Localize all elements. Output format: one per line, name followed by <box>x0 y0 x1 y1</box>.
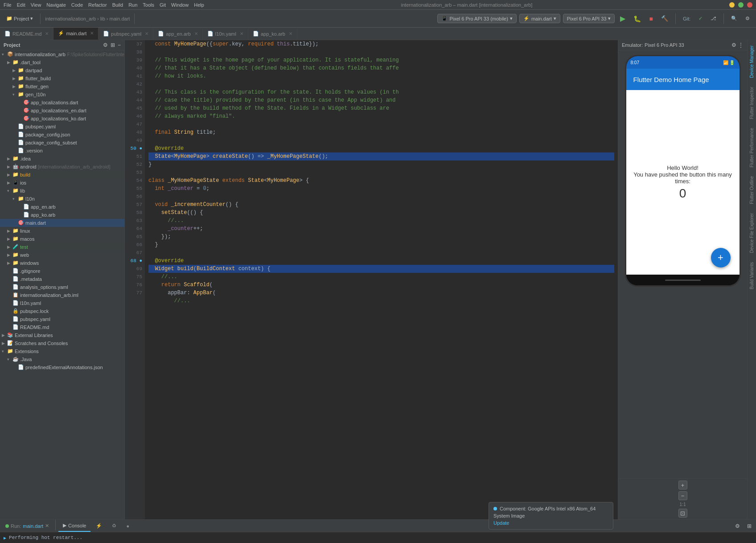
tree-item-scratches[interactable]: ▶ 📝 Scratches and Consoles <box>0 339 124 347</box>
search-button[interactable]: 🔍 <box>728 14 740 23</box>
tree-item-l10n-yaml[interactable]: 📄 l10n.yaml <box>0 299 124 307</box>
tree-item-app-ko-arb[interactable]: 📄 app_ko.arb <box>0 211 124 219</box>
flutter-performance-tool[interactable]: Flutter Performance <box>748 124 755 171</box>
tree-item-linux[interactable]: ▶ 📁 linux <box>0 227 124 235</box>
tree-item-java-ext[interactable]: ▾ ☕ .Java <box>0 355 124 363</box>
close-tab-app-ko-arb[interactable]: ✕ <box>289 31 292 36</box>
minimize-button[interactable] <box>729 2 735 8</box>
menu-code[interactable]: Code <box>71 2 83 8</box>
tree-item-flutter-gen[interactable]: ▶ 📁 flutter_gen <box>0 82 124 90</box>
tab-app-en-arb[interactable]: 📄 app_en.arb ✕ <box>153 28 203 40</box>
run-config-tab[interactable]: main.dart <box>23 523 43 529</box>
tree-item-windows[interactable]: ▶ 📁 windows <box>0 259 124 267</box>
tree-item-build[interactable]: ▶ 📁 build <box>0 171 124 179</box>
settings-button[interactable]: ⚙ <box>743 14 752 23</box>
emulator-device-selector[interactable]: Pixel 6 Pro API 33 ▾ <box>563 14 615 23</box>
tree-item-pubspec-lock[interactable]: 🔒 pubspec.lock <box>0 307 124 315</box>
tree-item-gitignore[interactable]: 📄 .gitignore <box>0 267 124 275</box>
build-button[interactable]: 🔨 <box>658 14 671 23</box>
close-run-tab[interactable]: ✕ <box>45 523 49 529</box>
menu-help[interactable]: Help <box>194 2 204 8</box>
tree-item-gen-l10n[interactable]: ▾ 📁 gen_l10n <box>0 90 124 99</box>
tree-item-package-config[interactable]: 📄 package_config.json <box>0 131 124 139</box>
tree-item-macos[interactable]: ▶ 📁 macos <box>0 235 124 243</box>
tree-item-flutter-build[interactable]: ▶ 📁 flutter_build <box>0 74 124 82</box>
menu-refactor[interactable]: Refactor <box>88 2 107 8</box>
menu-git[interactable]: Git <box>160 2 166 8</box>
project-button[interactable]: 📁 Project ▾ <box>4 14 36 23</box>
emulator-fit-button[interactable]: ⊡ <box>678 509 687 518</box>
phone-fab-button[interactable]: + <box>711 248 731 267</box>
bottom-tab-restart[interactable]: ♻ <box>107 520 121 532</box>
tree-item-pubspec-yaml-root[interactable]: 📄 pubspec.yaml <box>0 123 124 131</box>
close-tab-readme[interactable]: ✕ <box>45 31 49 36</box>
menu-run[interactable]: Run <box>128 2 137 8</box>
tree-item-app-en-arb[interactable]: 📄 app_en.arb <box>0 203 124 211</box>
tree-item-lib[interactable]: ▾ 📁 lib <box>0 187 124 195</box>
tree-item-ios[interactable]: ▶ 📱 ios <box>0 179 124 187</box>
tab-l10n-yaml[interactable]: 📄 l10n.yaml ✕ <box>203 28 248 40</box>
tree-item-pubspec-yaml[interactable]: 📄 pubspec.yaml <box>0 315 124 323</box>
close-tab-l10n-yaml[interactable]: ✕ <box>240 31 243 36</box>
tree-item-app-loc-en-dart[interactable]: 🎯 app_localizations_en.dart <box>0 107 124 115</box>
tree-item-idea[interactable]: ▶ 📁 .idea <box>0 155 124 163</box>
code-editor[interactable]: 37 38 39 40 41 42 43 44 45 46 47 48 49 5… <box>125 40 618 519</box>
bottom-settings-btn[interactable]: ⚙ <box>732 522 743 531</box>
tab-pubspec[interactable]: 📄 pubspec.yaml ✕ <box>99 28 153 40</box>
tree-item-main-dart[interactable]: 🎯 main.dart <box>0 219 124 227</box>
bottom-tab-hot-reload[interactable]: ⚡ <box>91 520 107 532</box>
run-button[interactable]: ▶ <box>617 13 628 24</box>
sidebar-layout-button[interactable]: ⊞ <box>111 42 115 48</box>
build-variants-tool[interactable]: Build Variants <box>748 259 755 293</box>
tab-app-ko-arb[interactable]: 📄 app_ko.arb ✕ <box>248 28 297 40</box>
sidebar-collapse-button[interactable]: − <box>118 42 121 48</box>
flutter-outline-tool[interactable]: Flutter Outline <box>748 173 755 208</box>
tree-item-root[interactable]: ▾ 📦 internationalization_arb F:\SpikeSol… <box>0 50 124 58</box>
update-link[interactable]: Update <box>493 520 509 526</box>
tree-item-dart-tool[interactable]: ▶ 📁 .dart_tool <box>0 58 124 66</box>
menu-view[interactable]: View <box>31 2 41 8</box>
menu-tools[interactable]: Tools <box>143 2 154 8</box>
tree-item-external-libs[interactable]: ▶ 📚 External Libraries <box>0 331 124 339</box>
tree-item-predefined-json[interactable]: 📄 predefinedExternalAnnotations.json <box>0 363 124 371</box>
tree-item-readme[interactable]: 📄 README.md <box>0 323 124 331</box>
menu-build[interactable]: Build <box>112 2 123 8</box>
tree-item-package-config-subset[interactable]: 📄 package_config_subset <box>0 139 124 147</box>
tree-item-dartpad[interactable]: ▶ 📁 dartpad <box>0 66 124 74</box>
device-explorer-tool[interactable]: Device File Explorer <box>748 210 755 256</box>
emulator-plus-button[interactable]: + <box>678 481 687 490</box>
tree-item-analysis-options[interactable]: 📄 analysis_options.yaml <box>0 283 124 291</box>
bottom-tab-console[interactable]: ▶ Console <box>58 520 90 532</box>
menu-file[interactable]: File <box>4 2 12 8</box>
run-config-selector[interactable]: ⚡ main.dart ▾ <box>519 14 560 23</box>
bottom-expand-btn[interactable]: ⊞ <box>744 522 754 531</box>
menu-window[interactable]: Window <box>171 2 189 8</box>
close-tab-pubspec[interactable]: ✕ <box>145 31 148 36</box>
tab-readme[interactable]: 📄 README.md ✕ <box>0 28 53 40</box>
tree-item-web[interactable]: ▶ 📁 web <box>0 251 124 259</box>
close-tab-maindart[interactable]: ✕ <box>90 31 94 36</box>
tab-maindart[interactable]: ⚡ main.dart ✕ <box>53 28 99 40</box>
tree-item-metadata[interactable]: 📄 .metadata <box>0 275 124 283</box>
bottom-tab-stop[interactable]: ● <box>122 520 134 532</box>
tree-item-extensions[interactable]: ▾ 📁 Extensions <box>0 347 124 355</box>
device-manager-tool[interactable]: Device Manager <box>748 42 755 82</box>
tree-item-version[interactable]: 📄 .version <box>0 147 124 155</box>
emulator-settings-btn[interactable]: ⚙ <box>731 42 736 48</box>
menu-navigate[interactable]: Navigate <box>46 2 66 8</box>
tree-item-android[interactable]: ▶ 🤖 android [internationalization_arb_an… <box>0 163 124 171</box>
flutter-inspector-tool[interactable]: Flutter Inspector <box>748 83 755 123</box>
debug-button[interactable]: 🐛 <box>631 14 644 24</box>
tree-item-app-loc-ko-dart[interactable]: 🎯 app_localizations_ko.dart <box>0 115 124 123</box>
emulator-actions-btn[interactable]: ⋮ <box>738 42 744 48</box>
close-button[interactable] <box>747 2 752 8</box>
close-tab-app-en-arb[interactable]: ✕ <box>194 31 198 36</box>
device-selector[interactable]: 📱 Pixel 6 Pro API 33 (mobile) ▾ <box>437 14 516 23</box>
window-controls[interactable] <box>729 2 752 8</box>
git-branch-button[interactable]: ⎇ <box>708 14 719 23</box>
maximize-button[interactable] <box>738 2 744 8</box>
tree-item-app-loc-dart[interactable]: 🎯 app_localizations.dart <box>0 99 124 107</box>
stop-button[interactable]: ■ <box>646 14 655 24</box>
git-label[interactable]: Git: <box>680 15 693 23</box>
git-check-button[interactable]: ✓ <box>696 14 705 23</box>
